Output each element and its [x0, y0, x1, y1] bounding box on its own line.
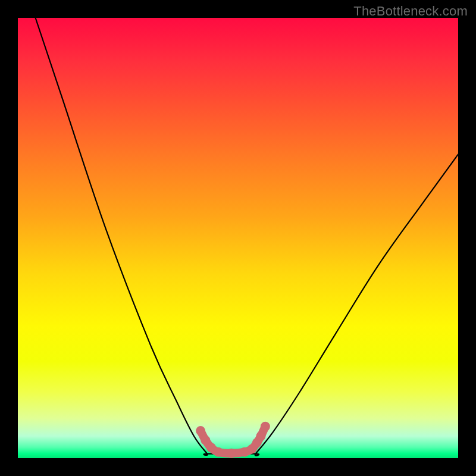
svg-point-9: [261, 422, 270, 431]
plot-area: [18, 18, 458, 458]
svg-point-8: [256, 431, 265, 441]
svg-point-3: [214, 447, 223, 457]
chart-frame: TheBottleneck.com: [0, 0, 476, 476]
watermark-text: TheBottleneck.com: [353, 4, 468, 19]
chart-svg: [18, 18, 458, 458]
svg-point-1: [201, 436, 210, 445]
svg-point-0: [196, 426, 205, 436]
bottleneck-curve: [36, 18, 458, 456]
svg-point-4: [227, 449, 236, 458]
